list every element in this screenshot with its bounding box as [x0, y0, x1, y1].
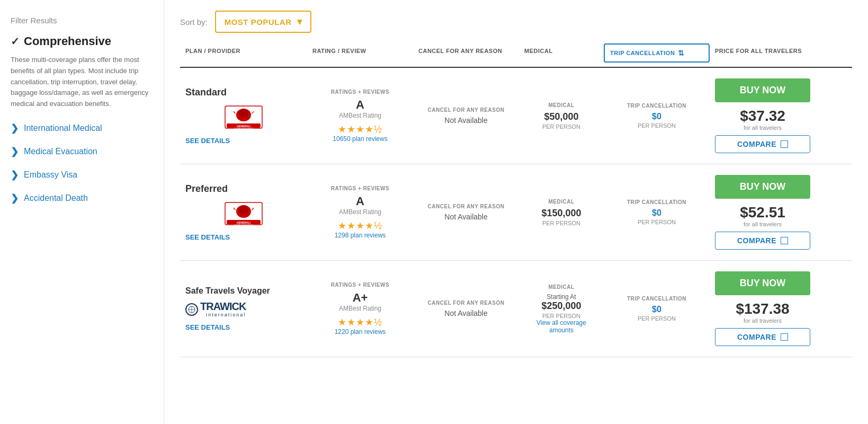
compare-checkbox: [781, 140, 788, 148]
sidebar-item-embassy-visa[interactable]: ❯ Embassy Visa: [11, 169, 153, 181]
filter-title: Filter Results: [11, 16, 153, 25]
medical-cell-standard: MEDICAL $50,000 PER PERSON: [519, 102, 604, 130]
ambest-label: AMBest Rating: [312, 112, 408, 119]
trip-per-person: PER PERSON: [609, 122, 704, 129]
header-trip-cancellation[interactable]: TRIP CANCELLATION ⇅: [604, 43, 710, 63]
table-header: PLAN / PROVIDER RATING / REVIEW CANCEL F…: [180, 43, 852, 68]
medical-amount: $150,000: [524, 208, 598, 219]
sort-value: MOST POPULAR: [225, 17, 292, 26]
chevron-right-icon: ❯: [11, 146, 19, 157]
generali-logo-svg: GENERALI GLOBAL ASSISTANCE: [222, 200, 265, 227]
cancel-label: CANCEL FOR ANY REASON: [418, 204, 514, 209]
ratings-label: RATINGS + REVIEWS: [312, 89, 408, 95]
sidebar: Filter Results ✓ Comprehensive These mul…: [0, 0, 164, 424]
ambest-label: AMBest Rating: [312, 208, 408, 216]
trip-per-person: PER PERSON: [609, 315, 704, 322]
ambest-rating: A: [312, 98, 408, 112]
compare-checkbox: [781, 333, 788, 341]
plan-name: Safe Travels Voyager: [185, 286, 302, 296]
trip-cancel-label: TRIP CANCELLATION: [609, 296, 704, 302]
header-rating-review: RATING / REVIEW: [307, 43, 413, 63]
plan-name: Preferred: [185, 183, 302, 195]
price-cell-preferred: BUY NOW $52.51 for all travelers COMPARE: [710, 175, 816, 250]
buy-now-button[interactable]: BUY NOW: [715, 175, 810, 199]
chevron-right-icon: ❯: [11, 192, 19, 204]
price-amount: $37.32: [715, 108, 810, 125]
medical-amount: $50,000: [524, 111, 598, 122]
per-person-label: PER PERSON: [524, 220, 598, 226]
compare-button[interactable]: COMPARE: [715, 232, 810, 250]
for-travelers-label: for all travelers: [715, 125, 810, 131]
sort-dropdown[interactable]: MOST POPULAR ▾: [215, 11, 311, 33]
per-person-label: PER PERSON: [524, 313, 598, 319]
reviews-link[interactable]: 1298 plan reviews: [312, 232, 408, 239]
cancel-value: Not Available: [418, 116, 514, 125]
compare-checkbox: [781, 237, 788, 244]
header-price: PRICE FOR ALL TRAVELERS: [710, 43, 816, 63]
header-cancel-reason: CANCEL FOR ANY REASON: [413, 43, 519, 63]
svg-text:GLOBAL ASSISTANCE: GLOBAL ASSISTANCE: [234, 128, 254, 130]
trip-cancel-cell-preferred: TRIP CANCELLATION $0 PER PERSON: [604, 199, 710, 225]
ratings-label: RATINGS + REVIEWS: [312, 282, 408, 288]
medical-label: MEDICAL: [524, 102, 598, 108]
plan-row: Standard GENERALI GLOBAL ASSISTANCE: [180, 68, 852, 164]
header-medical: MEDICAL: [519, 43, 604, 63]
cancel-cell-voyager: CANCEL FOR ANY REASON Not Available: [413, 300, 519, 317]
generali-logo: GENERALI GLOBAL ASSISTANCE: [185, 200, 302, 227]
ambest-label: AMBest Rating: [312, 305, 408, 312]
sidebar-item-accidental-death[interactable]: ❯ Accidental Death: [11, 192, 153, 204]
plan-row: Preferred GENERALI GLOBAL ASSISTANCE SEE…: [180, 164, 852, 261]
medical-label: MEDICAL: [524, 284, 598, 290]
trip-cancel-amount: $0: [609, 208, 704, 218]
trawick-name: TRAWICK: [200, 301, 246, 312]
plan-info-standard: Standard GENERALI GLOBAL ASSISTANCE: [180, 87, 307, 145]
generali-logo: GENERALI GLOBAL ASSISTANCE: [185, 103, 302, 131]
per-person-label: PER PERSON: [524, 123, 598, 130]
price-amount: $137.38: [715, 301, 810, 317]
cancel-cell-preferred: CANCEL FOR ANY REASON Not Available: [413, 204, 519, 221]
sort-label: Sort by:: [180, 17, 208, 26]
ambest-rating: A+: [312, 291, 408, 305]
buy-now-button[interactable]: BUY NOW: [715, 78, 810, 102]
sidebar-item-medical-evacuation[interactable]: ❯ Medical Evacuation: [11, 146, 153, 157]
sidebar-navigation: ❯ International Medical ❯ Medical Evacua…: [11, 122, 153, 204]
trip-per-person: PER PERSON: [609, 219, 704, 225]
trip-cancel-cell-standard: TRIP CANCELLATION $0 PER PERSON: [604, 103, 710, 129]
trawick-logo: TRAWICK International: [185, 301, 302, 317]
medical-amount: $250,000: [524, 301, 598, 312]
ratings-label: RATINGS + REVIEWS: [312, 186, 408, 191]
star-rating: ★★★★½: [312, 220, 408, 232]
checkmark-icon: ✓: [11, 35, 20, 48]
plan-name: Standard: [185, 87, 302, 98]
sort-row: Sort by: MOST POPULAR ▾: [180, 11, 852, 33]
compare-button[interactable]: COMPARE: [715, 328, 810, 346]
ambest-rating: A: [312, 195, 408, 208]
generali-logo-svg: GENERALI GLOBAL ASSISTANCE: [222, 103, 265, 131]
medical-cell-preferred: MEDICAL $150,000 PER PERSON: [519, 199, 604, 226]
price-cell-voyager: BUY NOW $137.38 for all travelers COMPAR…: [710, 271, 816, 346]
trawick-circle-icon: [185, 303, 198, 316]
for-travelers-label: for all travelers: [715, 221, 810, 227]
see-details-link[interactable]: SEE DETAILS: [185, 137, 230, 145]
comprehensive-description: These multi-coverage plans offer the mos…: [11, 55, 153, 110]
reviews-link[interactable]: 10650 plan reviews: [312, 135, 408, 143]
see-details-link[interactable]: SEE DETAILS: [185, 323, 230, 331]
price-cell-standard: BUY NOW $37.32 for all travelers COMPARE: [710, 78, 816, 153]
compare-button[interactable]: COMPARE: [715, 135, 810, 153]
view-all-coverage-link[interactable]: View all coverage amounts: [524, 319, 598, 334]
cancel-value: Not Available: [418, 213, 514, 221]
chevron-down-icon: ▾: [297, 16, 302, 28]
sidebar-item-international-medical[interactable]: ❯ International Medical: [11, 122, 153, 134]
see-details-link[interactable]: SEE DETAILS: [185, 233, 230, 241]
main-content: Sort by: MOST POPULAR ▾ PLAN / PROVIDER …: [164, 0, 868, 424]
ratings-cell-preferred: RATINGS + REVIEWS A AMBest Rating ★★★★½ …: [307, 186, 413, 239]
medical-label: MEDICAL: [524, 199, 598, 205]
cancel-cell-standard: CANCEL FOR ANY REASON Not Available: [413, 107, 519, 125]
plan-row: Safe Travels Voyager TRAWICK Int: [180, 261, 852, 357]
ratings-cell-standard: RATINGS + REVIEWS A AMBest Rating ★★★★½ …: [307, 89, 413, 143]
trip-cancel-label: TRIP CANCELLATION: [609, 103, 704, 109]
reviews-link[interactable]: 1220 plan reviews: [312, 328, 408, 335]
svg-point-2: [239, 109, 248, 118]
trip-cancel-label: TRIP CANCELLATION: [609, 199, 704, 205]
buy-now-button[interactable]: BUY NOW: [715, 271, 810, 295]
